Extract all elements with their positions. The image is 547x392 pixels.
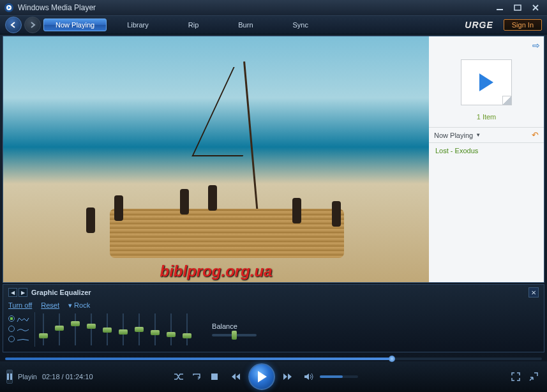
chevron-down-icon: ▼ xyxy=(476,132,481,138)
svg-rect-6 xyxy=(211,373,218,380)
play-button[interactable] xyxy=(248,363,275,390)
eq-mode-independent[interactable] xyxy=(8,315,15,322)
undo-icon[interactable]: ↶ xyxy=(532,130,539,140)
now-playing-sidebar: ⇨ 1 Item Now Playing ▼ ↶ Lost - Exodus xyxy=(429,36,544,282)
volume-slider[interactable] xyxy=(320,375,358,378)
status-text: Playing xyxy=(18,373,37,381)
forward-button[interactable] xyxy=(24,17,41,33)
tab-burn[interactable]: Burn xyxy=(219,19,272,31)
balance-label: Balance xyxy=(212,322,257,330)
eq-band-thumb[interactable] xyxy=(151,330,160,335)
pause-mini-button[interactable] xyxy=(6,370,13,384)
stop-button[interactable] xyxy=(207,370,221,384)
eq-band-5[interactable] xyxy=(119,313,128,345)
eq-prev-button[interactable]: ◀ xyxy=(8,288,17,297)
now-playing-label: Now Playing xyxy=(434,132,473,139)
fullscreen-button[interactable] xyxy=(509,370,523,384)
tab-library[interactable]: Library xyxy=(108,19,168,31)
back-button[interactable] xyxy=(5,17,22,33)
content-area: biblprog.org.ua ⇨ 1 Item Now Playing ▼ ↶… xyxy=(3,36,544,283)
eq-band-6[interactable] xyxy=(135,313,144,345)
toolbar: Now Playing Library Rip Burn Sync URGE S… xyxy=(0,15,547,34)
eq-mode-tight[interactable] xyxy=(8,336,15,342)
eq-band-thumb[interactable] xyxy=(39,333,48,338)
repeat-button[interactable] xyxy=(190,370,204,384)
playlist-track[interactable]: Lost - Exodus xyxy=(429,143,544,158)
now-playing-dropdown[interactable]: Now Playing ▼ ↶ xyxy=(429,127,544,143)
eq-band-1[interactable] xyxy=(55,313,64,345)
play-icon xyxy=(258,371,267,382)
balance-slider[interactable] xyxy=(212,334,257,336)
eq-title: Graphic Equalizer xyxy=(31,289,91,296)
eq-next-button[interactable]: ▶ xyxy=(19,288,27,297)
sign-in-button[interactable]: Sign In xyxy=(504,19,542,31)
eq-turn-off-link[interactable]: Turn off xyxy=(8,301,32,310)
playlist-thumbnail[interactable] xyxy=(461,59,512,105)
close-button[interactable] xyxy=(528,3,543,13)
svg-rect-2 xyxy=(497,9,503,10)
balance-thumb[interactable] xyxy=(232,331,237,340)
eq-mode-loose[interactable] xyxy=(8,326,15,332)
svg-rect-4 xyxy=(7,373,9,380)
mute-button[interactable] xyxy=(302,370,316,384)
seek-bar[interactable] xyxy=(5,356,542,361)
watermark-text: biblprog.org.ua xyxy=(160,262,273,280)
svg-rect-5 xyxy=(10,373,12,380)
compact-mode-button[interactable] xyxy=(527,370,541,384)
playback-controls: Playing 02:18 / 01:24:10 xyxy=(0,361,547,392)
minimize-button[interactable] xyxy=(492,3,507,13)
main-tabs: Now Playing Library Rip Burn Sync xyxy=(43,19,462,31)
eq-band-7[interactable] xyxy=(151,313,160,345)
eq-preset-dropdown[interactable]: ▾ Rock xyxy=(68,301,90,310)
eq-band-4[interactable] xyxy=(103,313,112,345)
play-icon xyxy=(479,73,493,91)
eq-band-3[interactable] xyxy=(87,313,96,345)
equalizer-panel: ◀ ▶ Graphic Equalizer ✕ Turn off Reset ▾… xyxy=(3,284,544,352)
tab-sync[interactable]: Sync xyxy=(274,19,327,31)
svg-rect-3 xyxy=(514,5,521,10)
eq-band-thumb[interactable] xyxy=(87,324,96,329)
time-display: 02:18 / 01:24:10 xyxy=(42,373,93,381)
tab-now-playing[interactable]: Now Playing xyxy=(43,19,107,31)
eq-band-8[interactable] xyxy=(167,313,176,345)
urge-logo[interactable]: URGE xyxy=(465,20,493,30)
app-icon xyxy=(4,3,14,13)
eq-close-button[interactable]: ✕ xyxy=(528,287,539,298)
previous-button[interactable] xyxy=(225,368,244,385)
eq-band-thumb[interactable] xyxy=(71,321,80,326)
eq-band-thumb[interactable] xyxy=(135,327,144,332)
app-title: Windows Media Player xyxy=(18,3,96,12)
eq-band-thumb[interactable] xyxy=(167,332,176,337)
eq-sliders xyxy=(34,312,195,347)
collapse-sidebar-icon[interactable]: ⇨ xyxy=(532,40,540,50)
eq-reset-link[interactable]: Reset xyxy=(41,301,59,310)
next-button[interactable] xyxy=(279,368,298,385)
eq-band-0[interactable] xyxy=(39,313,48,345)
eq-band-thumb[interactable] xyxy=(183,333,191,338)
shuffle-button[interactable] xyxy=(172,370,186,384)
video-viewport[interactable]: biblprog.org.ua xyxy=(3,36,429,282)
eq-band-thumb[interactable] xyxy=(119,329,128,335)
maximize-button[interactable] xyxy=(510,3,525,13)
eq-band-2[interactable] xyxy=(71,313,80,345)
eq-link-modes xyxy=(8,315,29,343)
eq-band-thumb[interactable] xyxy=(103,328,112,333)
tab-rip[interactable]: Rip xyxy=(169,19,218,31)
item-count: 1 Item xyxy=(429,110,544,127)
eq-band-thumb[interactable] xyxy=(55,326,64,331)
titlebar: Windows Media Player xyxy=(0,0,547,15)
eq-band-9[interactable] xyxy=(183,313,191,345)
app-window: Windows Media Player Now Playing Library… xyxy=(0,0,547,392)
seek-thumb[interactable] xyxy=(389,356,395,362)
